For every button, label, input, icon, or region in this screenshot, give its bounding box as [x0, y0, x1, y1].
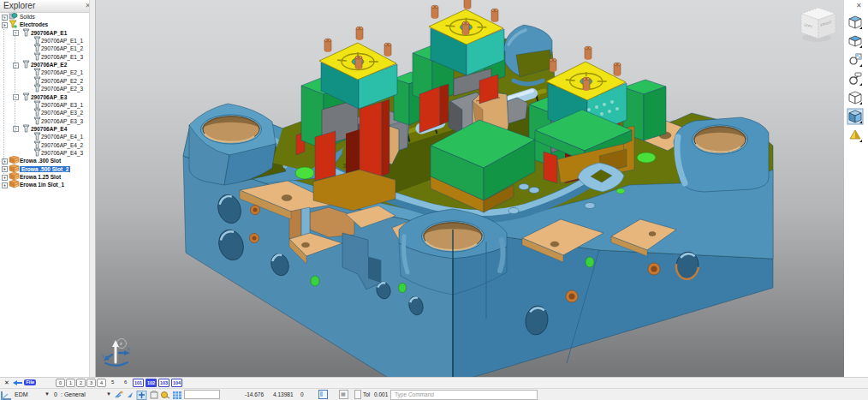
svg-text:x: x: [128, 346, 130, 351]
svg-text:y: y: [102, 353, 104, 358]
svg-text:z: z: [120, 341, 122, 346]
